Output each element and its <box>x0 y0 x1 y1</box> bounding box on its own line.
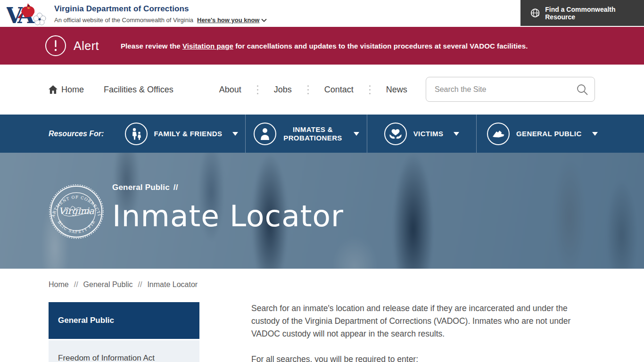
alert-message: Please review the Visitation page for ca… <box>121 42 528 50</box>
resources-dropdown-victims[interactable]: VICTIMS <box>367 115 476 153</box>
alert-label: Alert <box>74 39 99 53</box>
vadoc-seal: DEPARTMENT OF CORRECTIONS PUBLIC SAFETY … <box>49 184 104 239</box>
alert-banner: Alert Please review the Visitation page … <box>0 27 644 65</box>
resources-dropdown-general-public[interactable]: GENERAL PUBLIC <box>476 115 644 153</box>
nav-item-about[interactable]: About <box>219 85 241 95</box>
site-header: VA Virginia Department of Corrections An… <box>0 0 644 27</box>
virginia-state-icon <box>487 123 510 145</box>
nav-item-contact[interactable]: Contact <box>324 85 354 95</box>
hands-heart-icon <box>384 123 407 145</box>
nav-item-facilities-offices[interactable]: Facilities & Offices <box>104 85 173 95</box>
visitation-page-link[interactable]: Visitation page <box>182 42 233 50</box>
person-icon <box>254 123 276 145</box>
search-submit-button[interactable] <box>576 83 589 96</box>
nav-divider <box>307 85 309 94</box>
nav-item-news[interactable]: News <box>386 85 407 95</box>
find-commonwealth-resource-button[interactable]: Find a Commonwealth Resource <box>520 0 644 26</box>
section-sidebar: General Public Freedom of Information Ac… <box>49 302 199 362</box>
chevron-down-icon <box>354 132 359 136</box>
site-title[interactable]: Virginia Department of Corrections <box>54 4 267 14</box>
page-content: General Public Freedom of Information Ac… <box>0 302 644 362</box>
chevron-down-icon <box>232 132 238 136</box>
chevron-down-icon <box>592 132 598 136</box>
nav-item-home[interactable]: Home <box>49 85 84 95</box>
breadcrumb-general-public[interactable]: General Public <box>83 280 133 289</box>
nav-item-jobs[interactable]: Jobs <box>274 85 292 95</box>
page-title: Inmate Locator <box>112 199 344 233</box>
search-icon <box>576 83 588 96</box>
resources-dropdown-family-friends[interactable]: FAMILY & FRIENDS <box>118 115 245 153</box>
chevron-down-icon <box>261 18 267 22</box>
main-article: Search for an inmate's location and rele… <box>251 302 593 362</box>
resource-box-label: Find a Commonwealth Resource <box>545 6 644 21</box>
site-search-input[interactable] <box>426 77 595 102</box>
requirements-lead-paragraph: For all searches, you will be required t… <box>251 353 593 362</box>
seal-center-text: Virginia <box>58 206 94 216</box>
vadoc-logo[interactable]: VA <box>7 1 52 26</box>
resources-for-label: Resources For: <box>0 115 118 153</box>
home-icon <box>49 85 58 94</box>
resources-dropdown-inmates-probationers[interactable]: INMATES & PROBATIONERS <box>245 115 367 153</box>
nav-divider <box>369 85 371 94</box>
nav-divider <box>257 85 258 94</box>
resources-for-bar: Resources For: FAMILY & FRIENDS INMATES … <box>0 115 644 153</box>
hero-banner: DEPARTMENT OF CORRECTIONS PUBLIC SAFETY … <box>0 153 644 269</box>
alert-exclamation-icon <box>45 35 66 56</box>
breadcrumb-home[interactable]: Home <box>49 280 69 289</box>
intro-paragraph: Search for an inmate's location and rele… <box>251 302 593 340</box>
chevron-down-icon <box>454 132 459 136</box>
primary-nav: Home Facilities & Offices About Jobs Con… <box>0 65 644 115</box>
sidebar-item-general-public-active[interactable]: General Public <box>49 302 199 339</box>
official-site-text: An official website of the Commonwealth … <box>54 16 193 24</box>
breadcrumb-current-page: Inmate Locator <box>147 280 198 289</box>
breadcrumb: Home // General Public // Inmate Locator <box>0 280 644 289</box>
family-icon <box>125 123 148 145</box>
globe-icon <box>530 8 540 18</box>
va-cardinal-logo-icon: VA <box>7 1 52 26</box>
heres-how-you-know-toggle[interactable]: Here's how you know <box>197 16 267 24</box>
sidebar-item-foia[interactable]: Freedom of Information Act <box>49 339 199 362</box>
hero-breadcrumb-general-public[interactable]: General Public// <box>112 183 344 192</box>
